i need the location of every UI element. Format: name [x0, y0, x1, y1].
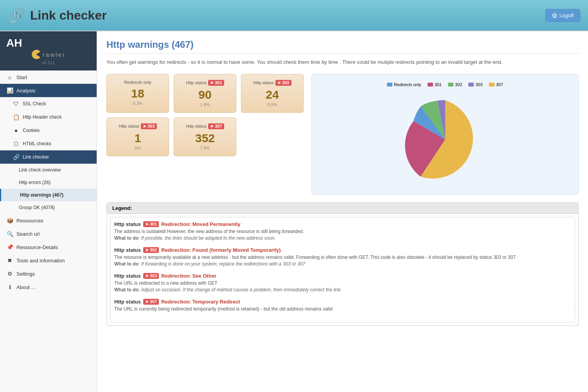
settings-icon: ⚙: [6, 271, 13, 277]
html-icon: ⬡: [13, 141, 20, 147]
sidebar-brand: AH rawler v0.111: [0, 31, 97, 70]
sidebar-item-ressource-details[interactable]: 📌 Ressource-Details: [0, 240, 97, 254]
pacman-icon: [31, 49, 41, 60]
stat-percent-301: 1.9%: [179, 102, 231, 107]
status-todo-303: What to do: Adjust on occasion. If the c…: [114, 287, 571, 293]
status-todo-302: What to do: If forwarding is done on you…: [114, 261, 571, 267]
legend-303: 303: [468, 82, 482, 87]
status-entry-302: Http status ➤ 302 Redirection: Found (fo…: [114, 247, 571, 267]
stat-value-307: 352: [179, 132, 231, 145]
status-desc-303: The URL is redirected to a new address w…: [114, 280, 571, 286]
sidebar-item-http-warnings[interactable]: Http warnings (467): [0, 189, 97, 201]
legend-dot-307: [489, 83, 494, 87]
box-icon: 📦: [6, 217, 13, 224]
power-icon: ⏻: [552, 13, 557, 18]
legend-box-header: Legend:: [107, 203, 578, 214]
badge-303: ➤ 303: [141, 123, 156, 129]
sidebar-item-settings[interactable]: ⚙ Settings: [0, 267, 97, 280]
sidebar-item-ressources[interactable]: 📦 Ressources: [0, 214, 97, 227]
sidebar-item-link-checker[interactable]: 🔗 Link checker: [0, 150, 97, 164]
legend-content: Http status ➤ 301 Redirection: Moved Per…: [110, 217, 575, 322]
status-title-307: Http status ➤ 307 Redirection: Temporary…: [114, 299, 571, 305]
stat-label-307: Http status ➤ 307: [179, 123, 231, 129]
sidebar-item-html-checks[interactable]: ⬡ HTML checks: [0, 137, 97, 150]
stat-percent-307: 7.6%: [179, 146, 231, 150]
badge-entry-302: ➤ 302: [143, 247, 159, 253]
stat-card-redirects: Redirects only 18 0.3%: [106, 74, 169, 113]
stat-label-redirects: Redirects only: [111, 80, 164, 85]
stat-value-302: 24: [246, 88, 298, 101]
legend-dot-303: [468, 83, 474, 87]
status-title-301: Http status ➤ 301 Redirection: Moved Per…: [114, 221, 571, 227]
chart-legend: Redirects only 301 302 303: [387, 82, 503, 87]
page-description: You often get warnings for redirects - s…: [106, 58, 579, 66]
badge-entry-303: ➤ 303: [143, 273, 159, 279]
stat-percent-303: 0%: [111, 146, 164, 150]
status-desc-307: The URL is currently being redirected te…: [114, 306, 571, 312]
shield-icon: 🛡: [13, 101, 20, 107]
stats-row-1: Redirects only 18 0.3% Http status ➤ 301…: [106, 74, 304, 113]
status-desc-302: The resource is temporarily available at…: [114, 255, 571, 260]
stat-card-301: Http status ➤ 301 90 1.9%: [174, 74, 236, 113]
legend-301: 301: [428, 82, 442, 87]
badge-302: ➤ 302: [275, 80, 291, 86]
sidebar-item-link-check-overview[interactable]: Link check overview: [0, 164, 97, 176]
badge-entry-301: ➤ 301: [143, 221, 159, 227]
brand-version: v0.111: [42, 60, 55, 65]
header-title: Link checker: [30, 8, 107, 23]
status-title-303: Http status ➤ 303 Redirection: See Other: [114, 273, 571, 279]
stat-label-301: Http status ➤ 301: [179, 80, 231, 86]
stat-value-303: 1: [111, 132, 164, 145]
legend-302: 302: [448, 82, 462, 87]
brand-name: AH: [6, 37, 22, 49]
stat-label-303: Http status ➤ 303: [111, 123, 164, 129]
legend-dot-301: [428, 83, 433, 87]
sidebar-item-search-url[interactable]: 🔍 Search url: [0, 227, 97, 240]
legend-box: Legend: Http status ➤ 301 Redirection: M…: [106, 202, 579, 326]
stat-value-redirects: 18: [111, 87, 164, 100]
sidebar-item-group-ok[interactable]: Group OK (4078): [0, 201, 97, 214]
badge-entry-307: ➤ 307: [143, 299, 159, 305]
brand-crawler-row: rawler: [31, 49, 66, 60]
status-entry-307: Http status ➤ 307 Redirection: Temporary…: [114, 299, 571, 312]
sidebar-item-analysis[interactable]: 📊 Analysis: [0, 84, 97, 97]
stats-column: Redirects only 18 0.3% Http status ➤ 301…: [106, 74, 304, 156]
sidebar-item-ssl-check[interactable]: 🛡 SSL Check: [0, 97, 97, 110]
pie-chart: [394, 92, 496, 186]
page-title: Http warnings (467): [106, 39, 579, 54]
status-entry-303: Http status ➤ 303 Redirection: See Other…: [114, 273, 571, 293]
search-icon: 🔍: [6, 231, 13, 237]
about-icon: ℹ: [6, 284, 13, 290]
status-entry-301: Http status ➤ 301 Redirection: Moved Per…: [114, 221, 571, 241]
badge-307: ➤ 307: [208, 123, 224, 129]
stat-percent-redirects: 0.3%: [111, 101, 164, 106]
stat-percent-302: 0.5%: [246, 102, 298, 107]
app-header: 🔗 Link checker ⏻ Logoff: [0, 0, 588, 31]
app-layout: AH rawler v0.111 ⌂ Start 📊 Analysis 🛡 SS…: [0, 31, 588, 392]
status-title-302: Http status ➤ 302 Redirection: Found (fo…: [114, 247, 571, 253]
main-content: Http warnings (467) You often get warnin…: [97, 31, 588, 392]
stat-label-302: Http status ➤ 302: [246, 80, 298, 86]
file-icon: 📋: [13, 114, 20, 120]
sidebar-item-tools[interactable]: ✖ Tools and information: [0, 254, 97, 267]
sidebar-item-http-header[interactable]: 📋 Http Header check: [0, 110, 97, 124]
detail-icon: 📌: [6, 244, 13, 250]
sidebar-item-cookies[interactable]: ● Cookies: [0, 124, 97, 137]
link-checker-icon: 🔗: [8, 7, 25, 23]
header-left: 🔗 Link checker: [8, 7, 107, 23]
sidebar: AH rawler v0.111 ⌂ Start 📊 Analysis 🛡 SS…: [0, 31, 97, 392]
sidebar-item-start[interactable]: ⌂ Start: [0, 70, 97, 84]
stat-value-301: 90: [179, 88, 231, 101]
stat-card-307: Http status ➤ 307 352 7.6%: [174, 117, 236, 156]
logoff-button[interactable]: ⏻ Logoff: [545, 9, 580, 22]
sidebar-item-http-errors[interactable]: Http errors (26): [0, 176, 97, 189]
legend-dot-302: [448, 83, 453, 87]
link-icon: 🔗: [13, 154, 20, 160]
legend-307: 307: [489, 82, 503, 87]
chart-container: Redirects only 301 302 303: [311, 74, 579, 195]
stat-card-303: Http status ➤ 303 1 0%: [106, 117, 169, 156]
brand-subtitle: rawler: [43, 51, 66, 58]
badge-301: ➤ 301: [208, 80, 224, 86]
sidebar-item-about[interactable]: ℹ About ...: [0, 280, 97, 294]
status-desc-301: The address is outdatedl However, the ne…: [114, 229, 571, 234]
